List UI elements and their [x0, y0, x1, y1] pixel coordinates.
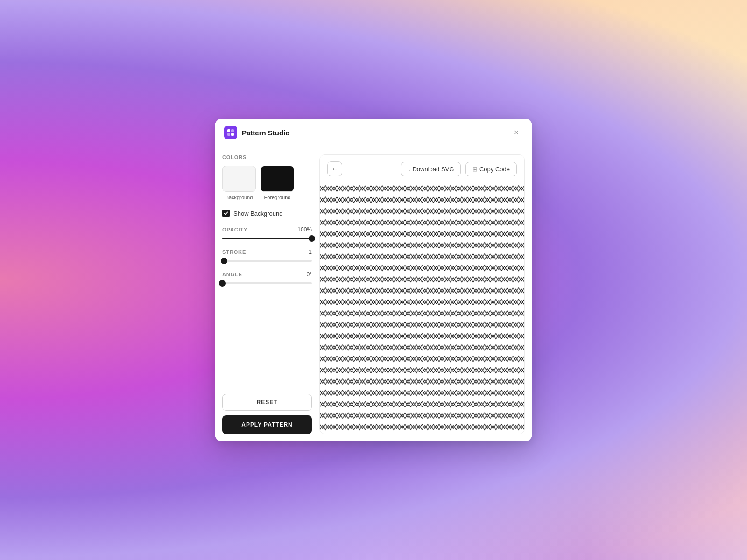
show-background-checkbox[interactable] [222, 210, 230, 217]
reset-button[interactable]: RESET [222, 394, 312, 411]
copy-code-button[interactable]: ⊞ Copy Code [465, 162, 517, 176]
opacity-slider-track[interactable] [222, 238, 312, 239]
background-swatch-label: Background [226, 195, 253, 200]
svg-rect-0 [227, 129, 230, 132]
colors-section: COLORS Background Foreground [222, 154, 312, 200]
close-button[interactable]: × [510, 126, 523, 139]
opacity-value: 100% [297, 226, 312, 233]
opacity-label: OPACITY [222, 227, 247, 232]
angle-slider-thumb[interactable] [219, 280, 226, 287]
show-background-row: Show Background [222, 210, 312, 217]
dialog-header: Pattern Studio × [215, 119, 532, 147]
dialog-title: Pattern Studio [242, 129, 290, 137]
background-swatch-group: Background [222, 166, 256, 200]
foreground-color-swatch[interactable] [261, 166, 294, 192]
stroke-slider-track[interactable] [222, 260, 312, 262]
right-panel: ← ↓ Download SVG ⊞ Copy Code [319, 154, 525, 434]
pattern-preview [320, 183, 524, 433]
stroke-header: STROKE 1 [222, 249, 312, 255]
angle-label: ANGLE [222, 272, 242, 277]
apply-pattern-button[interactable]: APPLY PATTERN [222, 415, 312, 434]
stroke-section: STROKE 1 [222, 249, 312, 262]
angle-slider-track[interactable] [222, 282, 312, 284]
download-svg-button[interactable]: ↓ Download SVG [401, 162, 461, 176]
app-icon [224, 126, 237, 139]
svg-rect-5 [320, 183, 524, 433]
color-swatches: Background Foreground [222, 166, 312, 200]
bottom-buttons: RESET APPLY PATTERN [222, 394, 312, 434]
background-color-swatch[interactable] [222, 166, 256, 192]
stroke-value: 1 [309, 249, 312, 255]
angle-value: 0° [307, 271, 312, 278]
foreground-swatch-label: Foreground [264, 195, 291, 200]
show-background-label: Show Background [233, 210, 283, 217]
stroke-slider-thumb[interactable] [221, 258, 227, 264]
svg-rect-3 [231, 133, 234, 136]
opacity-slider-thumb[interactable] [309, 235, 315, 242]
pattern-svg [320, 183, 524, 433]
right-toolbar: ← ↓ Download SVG ⊞ Copy Code [320, 155, 524, 183]
angle-header: ANGLE 0° [222, 271, 312, 278]
opacity-section: OPACITY 100% [222, 226, 312, 239]
colors-label: COLORS [222, 154, 312, 160]
left-panel: COLORS Background Foreground [222, 154, 312, 434]
svg-rect-1 [231, 129, 234, 132]
app-logo-icon [226, 128, 235, 137]
title-group: Pattern Studio [224, 126, 290, 139]
opacity-slider-fill [222, 238, 312, 239]
dialog-body: COLORS Background Foreground [215, 147, 532, 441]
pattern-studio-dialog: Pattern Studio × COLORS Background Foreg… [215, 119, 532, 441]
svg-rect-2 [227, 133, 230, 136]
checkmark-icon [224, 211, 228, 216]
stroke-label: STROKE [222, 249, 246, 255]
back-button[interactable]: ← [327, 161, 342, 176]
opacity-header: OPACITY 100% [222, 226, 312, 233]
foreground-swatch-group: Foreground [261, 166, 294, 200]
angle-section: ANGLE 0° [222, 271, 312, 284]
